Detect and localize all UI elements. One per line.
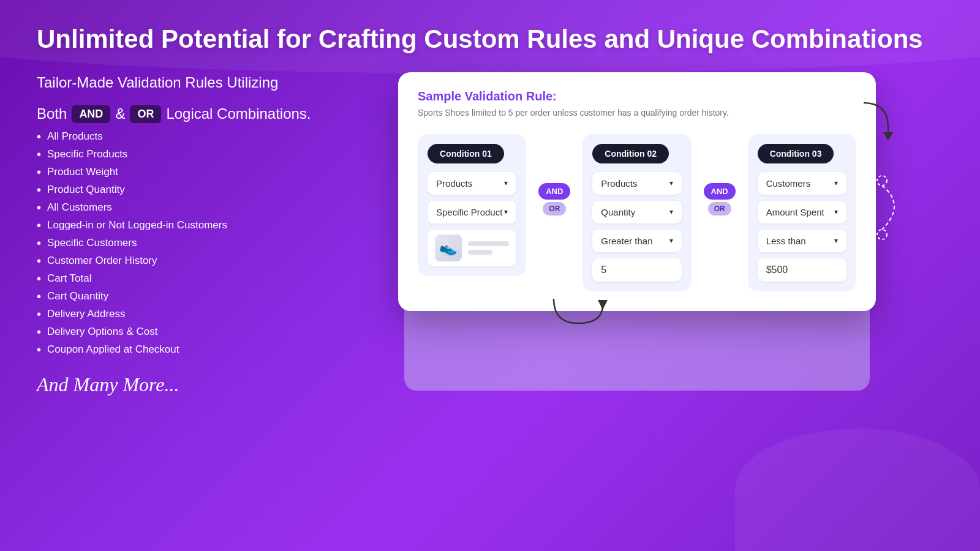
connector-1: AND OR xyxy=(536,183,573,216)
product-info-lines xyxy=(468,241,509,255)
subtitle-both: Both xyxy=(37,105,67,122)
svg-marker-0 xyxy=(883,132,893,141)
list-item: Cart Total xyxy=(37,270,318,288)
condition-03-field3[interactable]: Less than ▾ xyxy=(758,230,846,252)
condition-02-field2[interactable]: Quantity ▾ xyxy=(592,201,681,223)
condition-01-card: Condition 01 Products ▾ Specific Product… xyxy=(418,134,526,276)
condition-01-field2[interactable]: Specific Product ▾ xyxy=(428,201,516,223)
list-item: Product Weight xyxy=(37,163,318,181)
chevron-down-icon: ▾ xyxy=(834,179,838,187)
chevron-down-icon: ▾ xyxy=(504,179,508,187)
condition-02-field1[interactable]: Products ▾ xyxy=(592,172,681,195)
or-badge: OR xyxy=(130,105,161,123)
and-connector-badge: AND xyxy=(538,183,570,200)
list-item: All Products xyxy=(37,128,318,146)
subtitle-line1: Tailor-Made Validation Rules Utilizing xyxy=(37,72,318,93)
svg-point-2 xyxy=(877,176,887,186)
chevron-down-icon: ▾ xyxy=(504,208,508,216)
condition-03-card: Condition 03 Customers ▾ Amount Spent ▾ … xyxy=(748,134,856,291)
product-line-2 xyxy=(468,250,492,255)
or-connector-badge: OR xyxy=(543,202,566,216)
list-item: Coupon Applied at Checkout xyxy=(37,341,318,359)
card-title: Sample Validation Rule: xyxy=(418,89,856,103)
condition-02-label: Condition 02 xyxy=(592,144,669,163)
condition-03-field1[interactable]: Customers ▾ xyxy=(758,172,846,195)
subtitle-suffix: Logical Combinations. xyxy=(166,105,311,122)
condition-03-label: Condition 03 xyxy=(758,144,834,163)
chevron-down-icon: ▾ xyxy=(669,236,673,245)
list-item: Delivery Options & Cost xyxy=(37,323,318,341)
condition-01-field1[interactable]: Products ▾ xyxy=(428,172,516,195)
and-connector-badge-2: AND xyxy=(704,183,736,200)
right-panel: Sample Validation Rule: Sports Shoes lim… xyxy=(343,72,943,533)
list-item: Customer Order History xyxy=(37,252,318,270)
condition-02-card: Condition 02 Products ▾ Quantity ▾ Great… xyxy=(582,134,691,291)
card-subtitle: Sports Shoes limited to 5 per order unle… xyxy=(418,107,856,119)
list-item: Cart Quantity xyxy=(37,288,318,305)
and-badge: AND xyxy=(72,105,110,123)
subtitle-line2: Both AND & OR Logical Combinations. xyxy=(37,105,318,123)
subtitle-ampersand: & xyxy=(115,105,125,122)
chevron-down-icon: ▾ xyxy=(834,236,838,245)
product-preview: 👟 xyxy=(428,230,516,266)
arrow-decoration-1 xyxy=(858,97,894,146)
list-item: Delivery Address xyxy=(37,305,318,323)
list-item: Logged-in or Not Logged-in Customers xyxy=(37,217,318,234)
chevron-down-icon: ▾ xyxy=(669,208,673,216)
list-item: Specific Customers xyxy=(37,234,318,252)
dashed-circle-decoration xyxy=(870,144,919,266)
condition-02-field3[interactable]: Greater than ▾ xyxy=(592,230,681,252)
condition-03-value[interactable]: $500 xyxy=(758,258,846,282)
connector-2: AND OR xyxy=(701,183,738,216)
conditions-row: Condition 01 Products ▾ Specific Product… xyxy=(418,134,856,291)
and-many-more-text: And Many More... xyxy=(37,373,318,396)
page-title: Unlimited Potential for Crafting Custom … xyxy=(37,24,943,54)
chevron-down-icon: ▾ xyxy=(669,179,673,187)
chevron-down-icon: ▾ xyxy=(834,208,838,216)
condition-02-value[interactable]: 5 xyxy=(592,258,681,282)
condition-03-field2[interactable]: Amount Spent ▾ xyxy=(758,201,846,223)
list-item: All Customers xyxy=(37,199,318,217)
left-panel: Tailor-Made Validation Rules Utilizing B… xyxy=(37,72,318,533)
list-item: Specific Products xyxy=(37,146,318,163)
feature-list: All Products Specific Products Product W… xyxy=(37,128,318,359)
validation-card: Sample Validation Rule: Sports Shoes lim… xyxy=(398,72,876,311)
list-item: Product Quantity xyxy=(37,181,318,199)
or-connector-badge-2: OR xyxy=(708,202,731,216)
product-image: 👟 xyxy=(435,234,462,261)
curly-arrow-decoration xyxy=(541,293,615,329)
condition-01-label: Condition 01 xyxy=(428,144,504,163)
svg-point-3 xyxy=(877,230,887,239)
product-line-1 xyxy=(468,241,509,246)
svg-marker-1 xyxy=(598,300,608,310)
